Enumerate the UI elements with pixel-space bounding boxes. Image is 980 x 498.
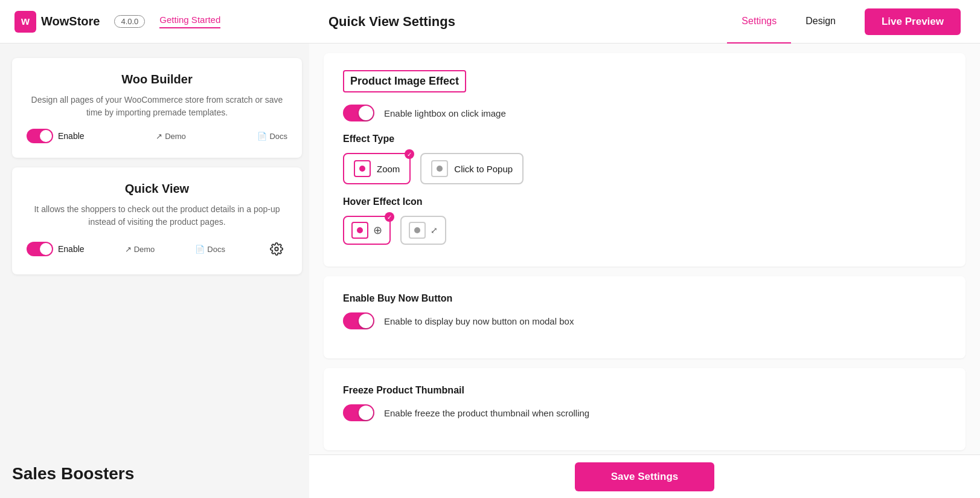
logo-text: WowStore [41,15,100,28]
product-image-effect-title: Product Image Effect [343,70,466,92]
woo-builder-enable-label: Enable [58,131,85,141]
freeze-thumbnail-label: Enable freeze the product thumbnail when… [384,408,589,418]
live-preview-button[interactable]: Live Preview [865,8,961,35]
woo-builder-demo-link[interactable]: ↗ Demo [156,132,186,141]
quick-view-docs-link[interactable]: 📄 Docs [195,245,225,254]
version-badge: 4.0.0 [114,15,145,28]
effect-type-options: ✓ Zoom ✓ Click to Popup [343,153,946,184]
tab-settings[interactable]: Settings [727,0,791,44]
hover-effect-title: Hover Effect Icon [343,196,946,207]
sales-boosters-title: Sales Boosters [12,464,134,483]
quick-view-desc: It allows the shoppers to check out the … [27,203,287,228]
logo: w WowStore [14,11,100,33]
external-link-icon-2: ↗ [125,245,132,254]
zoom-icon-box [354,160,371,177]
zoom-dot [359,166,365,172]
docs-icon: 📄 [257,132,267,141]
modal-content: Product Image Effect Enable lightbox on … [309,44,980,498]
hover-expand-icon-box [409,222,426,239]
quick-view-card: Quick View It allows the shoppers to che… [12,167,302,274]
freeze-thumbnail-row: Enable freeze the product thumbnail when… [343,404,946,421]
zoom-option[interactable]: ✓ Zoom [343,153,411,184]
bg-cards: Woo Builder Design all pages of your Woo… [0,44,314,299]
woo-builder-demo-text: Demo [165,132,186,141]
quick-view-title: Quick View [27,182,287,196]
hover-expand-option[interactable]: ✓ ⤢ [400,216,446,245]
quick-view-demo-link[interactable]: ↗ Demo [125,245,155,254]
hover-magnify-check: ✓ [385,212,394,222]
buy-now-label: Enable to display buy now button on moda… [384,316,574,326]
top-nav: w WowStore 4.0.0 Getting Started [0,0,314,44]
tab-design[interactable]: Design [791,0,850,44]
logo-icon: w [14,11,36,33]
quick-view-actions: Enable ↗ Demo 📄 Docs [27,238,287,260]
hover-effect-subsection: Hover Effect Icon ✓ ⊕ ✓ [343,196,946,245]
magnify-icon: ⊕ [373,224,382,237]
woo-builder-desc: Design all pages of your WooCommerce sto… [27,94,287,119]
quick-view-settings-button[interactable] [266,238,287,260]
hover-magnify-icon-box [351,222,368,239]
freeze-thumbnail-toggle[interactable] [343,404,374,421]
lightbox-row: Enable lightbox on click image [343,105,946,121]
modal-overlay: Quick View Settings Settings Design Live… [309,0,980,498]
buy-now-toggle[interactable] [343,312,374,329]
modal-header: Quick View Settings Settings Design Live… [309,0,980,44]
modal-tabs: Settings Design [727,0,850,44]
buy-now-title: Enable Buy Now Button [343,293,946,304]
woo-builder-docs-link[interactable]: 📄 Docs [257,132,287,141]
buy-now-section: Enable Buy Now Button Enable to display … [324,276,966,358]
zoom-label: Zoom [377,164,400,174]
external-link-icon: ↗ [156,132,162,141]
product-image-effect-section: Product Image Effect Enable lightbox on … [324,53,966,267]
freeze-thumbnail-section: Freeze Product Thumbnail Enable freeze t… [324,368,966,450]
expand-icon: ⤢ [431,225,438,235]
effect-type-title: Effect Type [343,134,946,144]
quick-view-docs-text: Docs [207,245,225,254]
save-settings-button[interactable]: Save Settings [575,462,715,491]
quick-view-toggle[interactable] [27,242,53,256]
hover-magnify-option[interactable]: ✓ ⊕ [343,216,391,245]
click-to-popup-option[interactable]: ✓ Click to Popup [420,153,524,184]
woo-builder-card: Woo Builder Design all pages of your Woo… [12,58,302,158]
quick-view-enable-label: Enable [58,244,85,254]
buy-now-row: Enable to display buy now button on moda… [343,312,946,329]
popup-dot [437,166,443,172]
svg-point-0 [275,247,278,251]
hover-effect-options: ✓ ⊕ ✓ ⤢ [343,216,946,245]
quick-view-demo-text: Demo [134,245,155,254]
save-bar: Save Settings [309,454,980,498]
nav-getting-started[interactable]: Getting Started [159,15,220,28]
woo-builder-actions: Enable ↗ Demo 📄 Docs [27,129,287,143]
hover-expand-dot [414,227,420,233]
lightbox-label: Enable lightbox on click image [384,108,506,118]
zoom-check: ✓ [405,149,414,159]
freeze-thumbnail-title: Freeze Product Thumbnail [343,385,946,396]
woo-builder-actions-left: Enable [27,129,85,143]
woo-builder-title: Woo Builder [27,73,287,86]
popup-label: Click to Popup [454,164,513,174]
docs-icon-2: 📄 [195,245,205,254]
quick-view-actions-left: Enable [27,242,85,256]
hover-magnify-dot [357,227,363,233]
woo-builder-docs-text: Docs [269,132,287,141]
lightbox-toggle[interactable] [343,105,374,121]
modal-title: Quick View Settings [328,14,713,30]
popup-icon-box [431,160,448,177]
woo-builder-toggle[interactable] [27,129,53,143]
effect-type-subsection: Effect Type ✓ Zoom ✓ [343,134,946,184]
